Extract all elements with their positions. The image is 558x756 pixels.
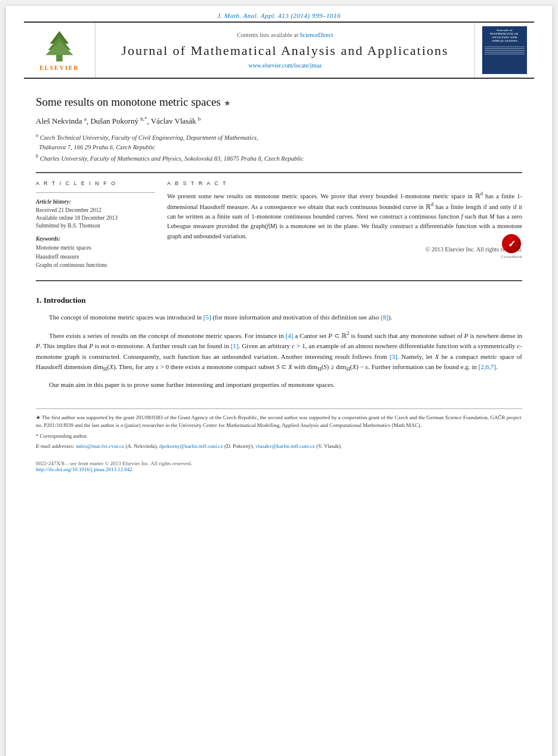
crossmark-widget[interactable]: ✓ CrossMark (501, 234, 522, 259)
sciencedirect-line: Contents lists available at ScienceDirec… (237, 32, 333, 38)
ref-4[interactable]: [4] (286, 331, 294, 339)
author-sup-b1: b,* (140, 116, 147, 122)
section-1-heading: 1. Introduction (36, 296, 522, 305)
journal-url[interactable]: www.elsevier.com/locate/jmaa (248, 62, 322, 69)
footnote-area: ★ The first author was supported by the … (36, 408, 522, 451)
author-sup-b2: b (198, 116, 201, 122)
ref-5[interactable]: [5] (204, 314, 211, 321)
email-addresses: E-mail addresses: nales@mat.fsv.cvut.cz … (36, 442, 522, 451)
elsevier-tree-icon (34, 30, 85, 63)
keyword-1: Monotone metric spaces (36, 244, 155, 252)
abstract-label: A B S T R A C T (167, 180, 522, 186)
sciencedirect-link[interactable]: ScienceDirect (300, 32, 333, 38)
affiliation-b: b Charles University, Faculty of Mathema… (36, 153, 522, 163)
authors-line: Aleš Nekvinda a, Dušan Pokorný b,*, Václ… (36, 116, 522, 126)
cover-decoration (485, 45, 525, 56)
ref-8[interactable]: [8] (381, 314, 389, 321)
info-divider (36, 192, 155, 193)
corresponding-note: * Corresponding author. (36, 432, 522, 441)
intro-paragraph-3: Our main aim in this paper is to prove s… (36, 380, 522, 391)
info-abstract-section: A R T I C L E I N F O Article history: R… (36, 180, 522, 270)
cover-title-text: Journal ofMATHEMATICALANALYSIS ANDAPPLIC… (490, 29, 519, 43)
journal-title-area: Contents lists available at ScienceDirec… (95, 23, 474, 78)
sciencedirect-text: Contents lists available at (237, 32, 298, 38)
ref-267[interactable]: [2,6,7] (479, 363, 496, 370)
email-3[interactable]: vlasakv@karlin.mff.cuni.cz (255, 443, 315, 449)
article-info-label: A R T I C L E I N F O (36, 180, 155, 186)
ref-1[interactable]: [1] (231, 342, 239, 349)
journal-cover-area: Journal ofMATHEMATICALANALYSIS ANDAPPLIC… (474, 23, 534, 78)
journal-full-title: Journal of Mathematical Analysis and App… (121, 43, 448, 59)
paper-content: ✓ CrossMark Some results on monotone met… (6, 79, 552, 484)
paper-title: Some results on monotone metric spaces ★ (36, 96, 522, 109)
crossmark-icon: ✓ (502, 234, 521, 253)
journal-ref-text: J. Math. Anal. Appl. 413 (2014) 999–1016 (217, 12, 341, 19)
doi-line: http://dx.doi.org/10.1016/j.jmaa.2013.12… (36, 466, 522, 472)
email-2[interactable]: dpokorny@karlin.mff.cuni.cz (159, 443, 223, 449)
ref-3[interactable]: [3] (390, 353, 397, 360)
abstract-text: We present some new results on monotone … (167, 190, 522, 241)
abstract-column: A B S T R A C T We present some new resu… (167, 180, 522, 270)
doi-link[interactable]: http://dx.doi.org/10.1016/j.jmaa.2013.12… (36, 466, 132, 472)
submitted-by: Submitted by B.S. Thomson (36, 222, 155, 230)
available-date: Available online 18 December 2013 (36, 214, 155, 222)
star-footnote-icon: ★ (224, 99, 231, 107)
star-footnote: ★ The first author was supported by the … (36, 414, 522, 430)
article-info-column: A R T I C L E I N F O Article history: R… (36, 180, 155, 270)
journal-banner: ELSEVIER Contents lists available at Sci… (24, 21, 534, 79)
received-date: Received 21 December 2012 (36, 207, 155, 214)
affiliation-a: a Czech Technical University, Faculty of… (36, 132, 522, 152)
copyright-notice: © 2013 Elsevier Inc. All rights reserved… (167, 246, 522, 253)
crossmark-label: CrossMark (501, 254, 522, 259)
paper-title-text: Some results on monotone metric spaces (36, 96, 221, 108)
email-1[interactable]: nales@mat.fsv.cvut.cz (76, 443, 124, 449)
divider-thick (36, 172, 522, 173)
history-label: Article history: (36, 199, 155, 205)
keywords-label: Keywords: (36, 236, 155, 242)
affiliations: a Czech Technical University, Faculty of… (36, 132, 522, 163)
journal-page: J. Math. Anal. Appl. 413 (2014) 999–1016… (6, 6, 552, 756)
keyword-2: Hausdorff measure (36, 253, 155, 261)
elsevier-brand: ELSEVIER (39, 64, 79, 71)
intro-paragraph-1: The concept of monotone metric spaces wa… (36, 312, 522, 323)
page-footer: 0022-247X/$ – see front matter © 2013 El… (36, 460, 522, 472)
journal-reference: J. Math. Anal. Appl. 413 (2014) 999–1016 (6, 6, 552, 21)
issn-line: 0022-247X/$ – see front matter © 2013 El… (36, 460, 522, 466)
intro-paragraph-2: There exists a series of results on the … (36, 329, 522, 374)
elsevier-logo-area: ELSEVIER (24, 23, 95, 78)
keyword-3: Graphs of continuous functions (36, 261, 155, 269)
journal-cover-image: Journal ofMATHEMATICALANALYSIS ANDAPPLIC… (482, 26, 527, 74)
section-divider (36, 280, 522, 281)
author-sup-a: a (84, 116, 87, 122)
